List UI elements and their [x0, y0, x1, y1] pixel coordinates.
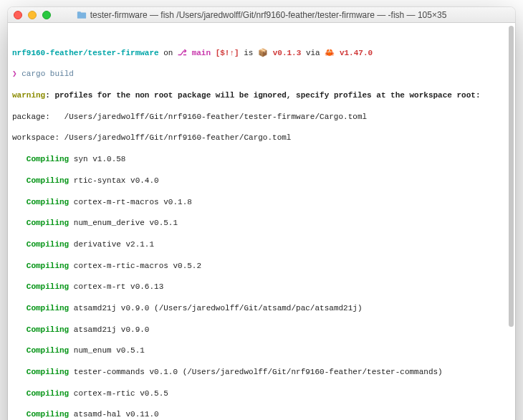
compile-line: Compiling rtic-syntax v0.4.0: [12, 176, 511, 186]
compile-line: Compiling syn v1.0.58: [12, 154, 511, 165]
package-path: package: /Users/jaredwolff/Git/nrf9160-f…: [12, 112, 511, 123]
traffic-lights: [14, 11, 51, 19]
git-branch-icon: ⎇: [178, 49, 187, 57]
minimize-button[interactable]: [28, 11, 37, 19]
compile-line: Compiling cortex-m-rtic v0.5.5: [12, 388, 511, 399]
cmd-build: build: [45, 70, 74, 78]
command-line: ❯ cargo build: [12, 69, 511, 80]
workspace-path: workspace: /Users/jaredwolff/Git/nrf9160…: [12, 133, 511, 143]
warning-profiles: warning: profiles for the non root packa…: [12, 90, 511, 101]
git-status: [$!↑]: [216, 49, 239, 57]
compile-line: Compiling num_enum_derive v0.5.1: [12, 218, 511, 229]
terminal-window: tester-firmware — fish /Users/jaredwolff…: [8, 7, 515, 420]
window-title: tester-firmware — fish /Users/jaredwolff…: [8, 10, 515, 20]
compile-line: Compiling atsamd21j v0.9.0 (/Users/jared…: [12, 303, 511, 314]
compile-line: Compiling num_enum v0.5.1: [12, 345, 511, 356]
zoom-button[interactable]: [42, 11, 51, 19]
compile-line: Compiling derivative v2.1.1: [12, 239, 511, 250]
compile-line: Compiling cortex-m-rt-macros v0.1.8: [12, 197, 511, 208]
package-version: v0.1.3: [268, 49, 301, 57]
window-title-text: tester-firmware — fish /Users/jaredwolff…: [90, 10, 447, 20]
rust-version: v1.47.0: [335, 49, 373, 57]
terminal-body[interactable]: nrf9160-feather/tester-firmware on ⎇ mai…: [8, 23, 515, 420]
window-titlebar[interactable]: tester-firmware — fish /Users/jaredwolff…: [8, 7, 515, 23]
rust-icon: 🦀: [325, 48, 335, 57]
folder-icon: [77, 11, 87, 19]
compile-line: Compiling atsamd-hal v0.11.0: [12, 409, 511, 420]
compile-line: Compiling tester-commands v0.1.0 (/Users…: [12, 367, 511, 378]
prompt-path: nrf9160-feather/tester-firmware: [12, 49, 159, 57]
compile-line: Compiling atsamd21j v0.9.0: [12, 325, 511, 335]
package-icon: 📦: [258, 48, 268, 57]
compile-line: Compiling cortex-m-rtic-macros v0.5.2: [12, 261, 511, 272]
scrollbar[interactable]: [509, 26, 514, 327]
warning-label: warning: [12, 91, 45, 100]
prompt-line-1: nrf9160-feather/tester-firmware on ⎇ mai…: [12, 47, 511, 59]
git-branch: main: [187, 49, 216, 57]
cmd-cargo: cargo: [17, 70, 46, 78]
close-button[interactable]: [14, 11, 22, 19]
compile-line: Compiling cortex-m-rt v0.6.13: [12, 282, 511, 292]
prompt-symbol: ❯: [12, 70, 17, 78]
